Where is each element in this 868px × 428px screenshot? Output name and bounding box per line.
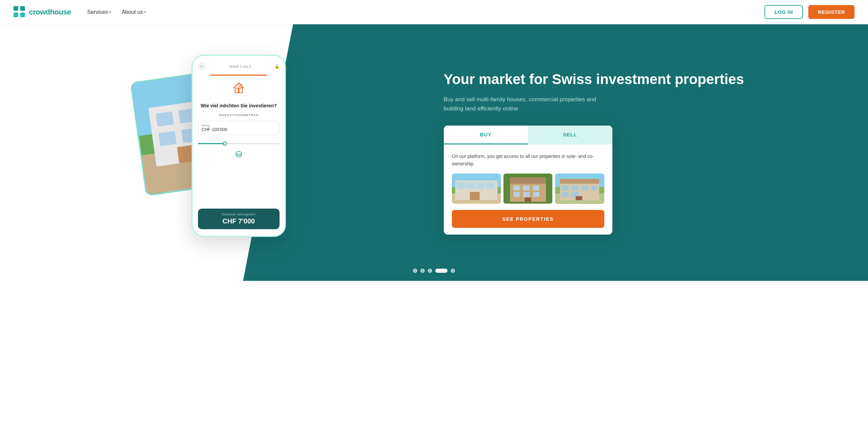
dot-5[interactable] (451, 269, 455, 273)
svg-rect-38 (560, 179, 599, 184)
carousel-dots (413, 269, 455, 273)
svg-rect-19 (457, 182, 465, 189)
svg-rect-43 (562, 192, 569, 197)
phone-slider[interactable] (198, 143, 280, 144)
phone-input-value: CHF 100'000 (202, 127, 276, 132)
phone-slider-fill (198, 143, 227, 144)
svg-rect-20 (466, 182, 474, 189)
buy-sell-card: BUY SELL On our platform, you get access… (444, 126, 612, 235)
dot-2[interactable] (421, 269, 425, 273)
phone-container: ← Schritt 1 von 5 🔒 Wie viel möchten Sie… (144, 55, 286, 250)
phone-result-card: Erwarteter Jahresgewinn CHF 7'000 (198, 209, 280, 229)
nav-links: Services ▾ About us ▾ (87, 9, 146, 15)
tab-buy[interactable]: BUY (444, 126, 528, 144)
svg-rect-41 (581, 186, 588, 191)
nav-actions: LOG IN REGISTER (764, 5, 855, 19)
logo[interactable]: crowdhouse (13, 6, 71, 18)
phone-invest-label: INVESTITIONSBETRAG (198, 113, 280, 117)
hero-subtitle: Buy and sell multi-family houses, commer… (444, 95, 606, 113)
logo-text: crowdhouse (29, 8, 71, 17)
svg-rect-23 (470, 192, 480, 200)
phone-result-label: Erwarteter Jahresgewinn (203, 213, 275, 216)
phone-input-label: Betrag (202, 124, 276, 127)
svg-rect-11 (235, 88, 238, 93)
phone-input-area: Betrag CHF 100'000 (198, 121, 280, 135)
phone-back-button[interactable]: ← (198, 62, 206, 71)
svg-rect-29 (533, 186, 539, 191)
buy-sell-body: On our platform, you get access to all o… (444, 144, 612, 235)
login-button[interactable]: LOG IN (764, 5, 803, 19)
phone-step-text: Schritt 1 von 5 (229, 65, 251, 69)
logo-icon (13, 6, 26, 18)
svg-rect-28 (523, 186, 529, 191)
phone-result-value: CHF 7'000 (203, 217, 275, 225)
about-us-label: About us (122, 9, 143, 15)
property-image-3 (555, 173, 604, 204)
hero-left: ← Schritt 1 von 5 🔒 Wie viel möchten Sie… (0, 24, 417, 281)
property-image-1 (452, 173, 501, 204)
about-us-chevron-icon: ▾ (144, 10, 146, 14)
svg-rect-30 (513, 192, 520, 197)
dot-1[interactable] (413, 269, 417, 273)
phone-top-bar: ← Schritt 1 von 5 🔒 (198, 62, 280, 71)
phone-progress-bar (210, 75, 267, 76)
hero-section: ← Schritt 1 von 5 🔒 Wie viel möchten Sie… (0, 24, 868, 281)
svg-rect-22 (486, 182, 494, 189)
services-chevron-icon: ▾ (109, 10, 111, 14)
svg-rect-31 (523, 192, 529, 197)
phone-mockup: ← Schritt 1 von 5 🔒 Wie viel möchten Sie… (192, 55, 286, 237)
svg-rect-39 (562, 186, 569, 191)
svg-rect-45 (576, 196, 582, 200)
hero-title: Your market for Swiss investment propert… (444, 71, 848, 88)
see-properties-button[interactable]: SEE PROPERTIES (452, 210, 604, 228)
svg-rect-42 (591, 186, 597, 191)
property-image-2 (503, 173, 552, 204)
tab-sell[interactable]: SELL (528, 126, 612, 144)
dot-3[interactable] (428, 269, 432, 273)
phone-house-icon (198, 80, 280, 99)
svg-rect-7 (158, 131, 177, 146)
svg-point-14 (236, 152, 241, 154)
dot-4-active[interactable] (435, 269, 447, 273)
services-label: Services (87, 9, 108, 15)
svg-rect-21 (476, 182, 484, 189)
phone-lock-icon: 🔒 (274, 64, 280, 69)
navbar: crowdhouse Services ▾ About us ▾ LOG IN … (0, 0, 868, 24)
svg-rect-32 (533, 192, 539, 197)
phone-question: Wie viel möchten Sie investieren? (198, 103, 280, 109)
buy-sell-tabs: BUY SELL (444, 126, 612, 144)
svg-rect-27 (513, 186, 520, 191)
svg-rect-33 (525, 197, 531, 202)
property-images (452, 173, 604, 204)
hero-right: Your market for Swiss investment propert… (417, 24, 868, 281)
services-nav-item[interactable]: Services ▾ (87, 9, 111, 15)
svg-rect-12 (239, 88, 242, 93)
svg-rect-40 (572, 186, 579, 191)
svg-rect-26 (510, 177, 546, 184)
about-us-nav-item[interactable]: About us ▾ (122, 9, 146, 15)
buy-sell-description: On our platform, you get access to all o… (452, 153, 604, 168)
svg-rect-4 (156, 111, 174, 127)
phone-slider-thumb (223, 141, 227, 145)
phone-coins-icon (198, 150, 280, 162)
register-button[interactable]: REGISTER (808, 5, 855, 19)
